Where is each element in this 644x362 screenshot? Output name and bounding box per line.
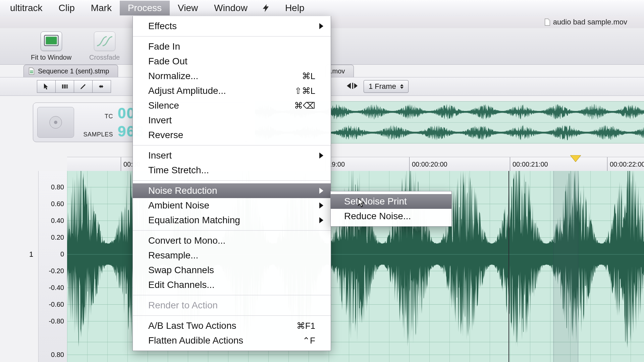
app-icon xyxy=(262,3,271,13)
menu-item-label: Reduce Noise... xyxy=(344,211,411,222)
menu-clip[interactable]: Clip xyxy=(50,1,83,15)
frame-step-controls: 1 Frame xyxy=(345,80,409,93)
amplitude-ruler: 0.800.600.400.200-0.20-0.40-0.60-0.800.8… xyxy=(38,171,68,362)
amp-label: -0.60 xyxy=(49,301,64,308)
submenu-arrow-icon xyxy=(319,188,323,194)
menu-item-fade-out[interactable]: Fade Out xyxy=(133,54,331,69)
menu-item-invert[interactable]: Invert xyxy=(133,113,331,128)
menu-item-time-stretch[interactable]: Time Stretch... xyxy=(133,163,331,178)
menu-item-label: Convert to Mono... xyxy=(148,235,225,246)
menu-item-a-b-last-two-actions[interactable]: A/B Last Two Actions⌘F1 xyxy=(133,318,331,333)
menu-item-label: Resample... xyxy=(148,250,198,261)
frame-step-popup[interactable]: 1 Frame xyxy=(364,80,409,93)
menu-process[interactable]: Process xyxy=(120,1,170,15)
menu-item-label: Silence xyxy=(148,100,179,111)
playhead-marker[interactable] xyxy=(570,155,581,162)
menu-item-render-to-action: Render to Action xyxy=(133,298,331,313)
menu-item-label: A/B Last Two Actions xyxy=(148,320,236,331)
menu-item-label: Adjust Amplitude... xyxy=(148,85,226,96)
menubar: ultitrack Clip Mark Process View Window … xyxy=(0,0,644,16)
svg-point-9 xyxy=(54,121,57,124)
document-icon xyxy=(29,67,35,75)
amp-label: 0.80 xyxy=(51,351,64,359)
amp-label: 0.40 xyxy=(51,217,64,225)
svg-rect-5 xyxy=(64,84,65,88)
menu-shortcut: ⇧⌘L xyxy=(294,86,315,96)
menu-separator xyxy=(133,230,331,231)
channel-number: 1 xyxy=(24,250,38,259)
clip-thumbnail[interactable] xyxy=(37,107,74,138)
tab-sequence[interactable]: Sequence 1 (sent).stmp xyxy=(23,65,118,77)
menu-item-effects[interactable]: Effects xyxy=(133,19,331,34)
ruler-tick-label: 00:00:20:00 xyxy=(412,161,447,168)
menu-item-label: Invert xyxy=(148,115,172,126)
submenu-item-set-noise-print[interactable]: Set Noise Print xyxy=(331,194,451,209)
toolbar-label: Crossfade xyxy=(89,54,120,61)
menu-item-normalize[interactable]: Normalize...⌘L xyxy=(133,69,331,83)
menu-item-ambient-noise[interactable]: Ambient Noise xyxy=(133,198,331,213)
tool-pointer[interactable] xyxy=(37,80,55,93)
tab-label: Sequence 1 (sent).stmp xyxy=(38,67,109,75)
menu-item-swap-channels[interactable]: Swap Channels xyxy=(133,263,331,278)
selection-region[interactable] xyxy=(553,171,578,362)
fit-window-icon xyxy=(41,32,62,51)
amp-label: -0.20 xyxy=(49,267,64,275)
frame-step-value: 1 Frame xyxy=(369,82,396,91)
menu-item-flatten-audible-actions[interactable]: Flatten Audible Actions⌃F xyxy=(133,333,331,348)
menu-item-adjust-amplitude[interactable]: Adjust Amplitude...⇧⌘L xyxy=(133,83,331,98)
menu-separator xyxy=(133,36,331,37)
menu-item-label: Ambient Noise xyxy=(148,200,209,211)
ruler-tick: 00:00:21:00 xyxy=(510,157,548,171)
svg-rect-0 xyxy=(46,37,57,44)
toolbar-fit-to-window[interactable]: Fit to Window xyxy=(31,32,71,61)
tab-label: .mov xyxy=(330,67,345,75)
playhead-line[interactable] xyxy=(508,171,509,362)
tool-scrub[interactable] xyxy=(92,80,111,93)
menu-item-insert[interactable]: Insert xyxy=(133,148,331,163)
submenu-arrow-icon xyxy=(319,217,323,223)
svg-rect-3 xyxy=(30,72,33,73)
submenu-item-reduce-noise[interactable]: Reduce Noise... xyxy=(331,209,451,224)
menu-item-label: Insert xyxy=(148,150,172,161)
amp-label: -0.80 xyxy=(49,317,64,325)
tool-pencil[interactable] xyxy=(74,80,92,93)
menu-item-label: Edit Channels... xyxy=(148,280,215,290)
menu-item-reverse[interactable]: Reverse xyxy=(133,128,331,142)
ruler-tick: 00:00:22:00 xyxy=(607,157,644,171)
menu-help[interactable]: Help xyxy=(277,1,313,15)
menu-item-edit-channels[interactable]: Edit Channels... xyxy=(133,278,331,292)
menu-item-equalization-matching[interactable]: Equalization Matching xyxy=(133,213,331,228)
frame-step-icon[interactable] xyxy=(345,81,359,92)
menu-item-label: Time Stretch... xyxy=(148,165,209,176)
noise-reduction-submenu: Set Noise PrintReduce Noise... xyxy=(330,191,452,227)
menu-view[interactable]: View xyxy=(170,1,206,15)
menu-item-noise-reduction[interactable]: Noise Reduction xyxy=(133,183,331,198)
menu-shortcut: ⌘F1 xyxy=(297,321,315,331)
menu-item-label: Set Noise Print xyxy=(344,196,407,207)
chevron-updown-icon xyxy=(398,82,406,91)
menu-item-label: Fade Out xyxy=(148,56,187,67)
menu-mark[interactable]: Mark xyxy=(83,1,120,15)
menu-item-label: Reverse xyxy=(148,130,183,140)
menu-separator xyxy=(133,180,331,181)
ruler-tick-label: 00:00:22:00 xyxy=(610,161,644,168)
menu-item-fade-in[interactable]: Fade In xyxy=(133,39,331,54)
menu-item-label: Noise Reduction xyxy=(148,185,217,196)
crossfade-icon xyxy=(94,32,115,51)
menu-item-label: Swap Channels xyxy=(148,265,214,276)
process-menu: EffectsFade InFade OutNormalize...⌘LAdju… xyxy=(132,16,331,351)
toolbar-crossfade[interactable]: Crossfade xyxy=(89,32,120,61)
submenu-arrow-icon xyxy=(319,23,323,29)
menu-item-convert-to-mono[interactable]: Convert to Mono... xyxy=(133,233,331,248)
edit-tools xyxy=(37,80,111,93)
document-proxy-icon xyxy=(544,18,550,26)
submenu-arrow-icon xyxy=(319,202,323,208)
menu-item-resample[interactable]: Resample... xyxy=(133,248,331,263)
menu-item-silence[interactable]: Silence⌘⌫ xyxy=(133,98,331,113)
menu-window[interactable]: Window xyxy=(206,1,256,15)
tool-range[interactable] xyxy=(55,80,74,93)
menu-item-label: Flatten Audible Actions xyxy=(148,335,243,346)
menu-separator xyxy=(133,295,331,295)
menu-multitrack[interactable]: ultitrack xyxy=(2,1,50,15)
svg-rect-7 xyxy=(67,84,68,88)
